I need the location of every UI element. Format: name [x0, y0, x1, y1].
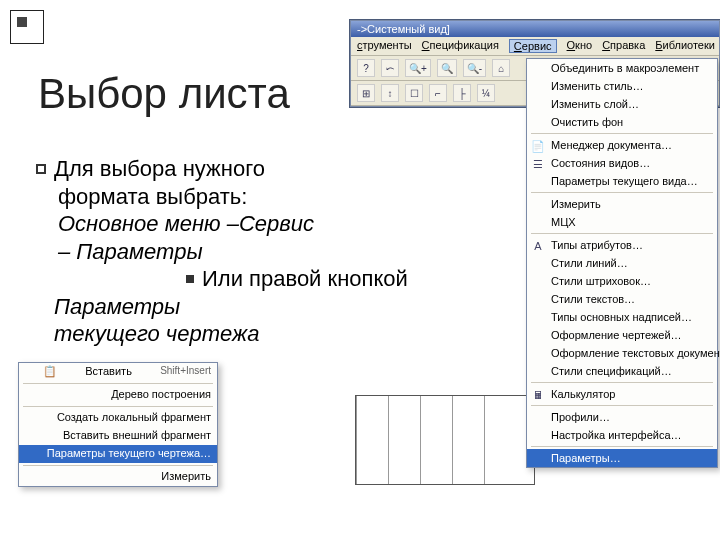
menu-item-label: Калькулятор: [551, 388, 615, 400]
menu-item-label: Дерево построения: [111, 388, 211, 402]
menu-item-label: Измерить: [551, 198, 601, 210]
menu-icon: [530, 61, 546, 77]
toolbar-button[interactable]: ├: [453, 84, 471, 102]
menu-icon: ☰: [530, 156, 546, 172]
menu-item-label: Состояния видов…: [551, 157, 650, 169]
menu-icon: [530, 115, 546, 131]
menu-item-5[interactable]: Библиотеки: [655, 39, 715, 53]
menu-icon: [530, 274, 546, 290]
menu-icon: [530, 292, 546, 308]
menu-icon: [530, 428, 546, 444]
menu-item-1[interactable]: Спецификация: [422, 39, 499, 53]
menu-item-label: Параметры текущего вида…: [551, 175, 698, 187]
service-menu-item[interactable]: 📄Менеджер документа…: [527, 136, 717, 154]
menu-icon: [530, 410, 546, 426]
service-menu-item[interactable]: АТипы атрибутов…: [527, 236, 717, 254]
toolbar-button[interactable]: ¼: [477, 84, 495, 102]
context-menu[interactable]: 📋ВставитьShift+InsertДерево построенияСо…: [18, 362, 218, 487]
service-menu-item[interactable]: Параметры…: [527, 449, 717, 467]
menu-icon: [530, 364, 546, 380]
service-menu-item[interactable]: Объединить в макроэлемент: [527, 59, 717, 77]
menu-item-label: Вставить: [85, 365, 132, 379]
toolbar-button[interactable]: ?: [357, 59, 375, 77]
menu-item-label: Оформление чертежей…: [551, 329, 682, 341]
sub-bullet-icon: [186, 275, 194, 283]
toolbar-button[interactable]: ☐: [405, 84, 423, 102]
service-menu-item[interactable]: 🖩Калькулятор: [527, 385, 717, 403]
service-menu-item[interactable]: Измерить: [527, 195, 717, 213]
service-menu-item[interactable]: Изменить стиль…: [527, 77, 717, 95]
menu-bar: струментыСпецификацияСервисОкноСправкаБи…: [351, 37, 719, 56]
menu-icon: [530, 328, 546, 344]
service-menu[interactable]: Объединить в макроэлементИзменить стиль……: [526, 58, 718, 468]
menu-icon: А: [530, 238, 546, 254]
menu-item-label: Менеджер документа…: [551, 139, 672, 151]
toolbar-button[interactable]: 🔍: [437, 59, 457, 77]
menu-icon: [530, 79, 546, 95]
toolbar-button[interactable]: ↕: [381, 84, 399, 102]
menu-icon: [530, 197, 546, 213]
service-menu-item[interactable]: Оформление чертежей…: [527, 326, 717, 344]
toolbar-button[interactable]: ⌂: [492, 59, 510, 77]
menu-icon: [530, 310, 546, 326]
toolbar-button[interactable]: 🔍+: [405, 59, 431, 77]
menu-item-label: Изменить слой…: [551, 98, 639, 110]
menu-item-label: Стили штриховок…: [551, 275, 651, 287]
service-menu-item[interactable]: Оформление текстовых документов…: [527, 344, 717, 362]
menu-item-label: Изменить стиль…: [551, 80, 644, 92]
menu-icon: [530, 215, 546, 231]
menu-item-label: Стили спецификаций…: [551, 365, 672, 377]
menu-icon: [530, 256, 546, 272]
menu-item-label: Вставить внешний фрагмент: [63, 429, 211, 443]
menu-icon: [530, 346, 546, 362]
service-menu-item[interactable]: Стили текстов…: [527, 290, 717, 308]
menu-item-label: Стили текстов…: [551, 293, 635, 305]
menu-item-label: Объединить в макроэлемент: [551, 62, 699, 74]
menu-icon: 🖩: [530, 387, 546, 403]
menu-item-label: Профили…: [551, 411, 610, 423]
context-menu-item[interactable]: Параметры текущего чертежа…: [19, 445, 217, 463]
drawing-titleblock: [355, 395, 535, 485]
slide-deco: [10, 10, 44, 44]
menu-icon: [530, 174, 546, 190]
menu-icon: [530, 97, 546, 113]
service-menu-item[interactable]: Стили штриховок…: [527, 272, 717, 290]
service-menu-item[interactable]: Параметры текущего вида…: [527, 172, 717, 190]
menu-item-3[interactable]: Окно: [567, 39, 593, 53]
menu-item-label: Очистить фон: [551, 116, 623, 128]
service-menu-item[interactable]: Изменить слой…: [527, 95, 717, 113]
menu-icon: [530, 451, 546, 467]
context-menu-item[interactable]: 📋ВставитьShift+Insert: [19, 363, 217, 381]
service-menu-item[interactable]: МЦХ: [527, 213, 717, 231]
context-menu-item[interactable]: Измерить: [19, 468, 217, 486]
service-menu-item[interactable]: Настройка интерфейса…: [527, 426, 717, 444]
shortcut-label: Shift+Insert: [160, 365, 211, 379]
context-menu-item[interactable]: Вставить внешний фрагмент: [19, 427, 217, 445]
menu-item-label: Типы атрибутов…: [551, 239, 643, 251]
toolbar-button[interactable]: ⤺: [381, 59, 399, 77]
menu-item-label: Измерить: [161, 470, 211, 484]
toolbar-button[interactable]: ⊞: [357, 84, 375, 102]
menu-item-label: Оформление текстовых документов…: [551, 347, 720, 359]
menu-icon: 📄: [530, 138, 546, 154]
menu-item-4[interactable]: Справка: [602, 39, 645, 53]
context-menu-item[interactable]: Дерево построения: [19, 386, 217, 404]
service-menu-item[interactable]: Очистить фон: [527, 113, 717, 131]
menu-item-label: Создать локальный фрагмент: [57, 411, 211, 425]
context-menu-item[interactable]: Создать локальный фрагмент: [19, 409, 217, 427]
service-menu-item[interactable]: Стили линий…: [527, 254, 717, 272]
menu-item-0[interactable]: струменты: [357, 39, 412, 53]
toolbar-button[interactable]: ⌐: [429, 84, 447, 102]
menu-item-label: Стили линий…: [551, 257, 628, 269]
menu-item-label: Параметры…: [551, 452, 621, 464]
toolbar-button[interactable]: 🔍-: [463, 59, 486, 77]
menu-item-label: Настройка интерфейса…: [551, 429, 682, 441]
service-menu-item[interactable]: Стили спецификаций…: [527, 362, 717, 380]
service-menu-item[interactable]: ☰Состояния видов…: [527, 154, 717, 172]
service-menu-item[interactable]: Профили…: [527, 408, 717, 426]
menu-icon: 📋: [43, 365, 57, 379]
menu-item-2[interactable]: Сервис: [509, 39, 557, 53]
service-menu-item[interactable]: Типы основных надписей…: [527, 308, 717, 326]
menu-item-label: Параметры текущего чертежа…: [47, 447, 211, 461]
menu-item-label: Типы основных надписей…: [551, 311, 692, 323]
